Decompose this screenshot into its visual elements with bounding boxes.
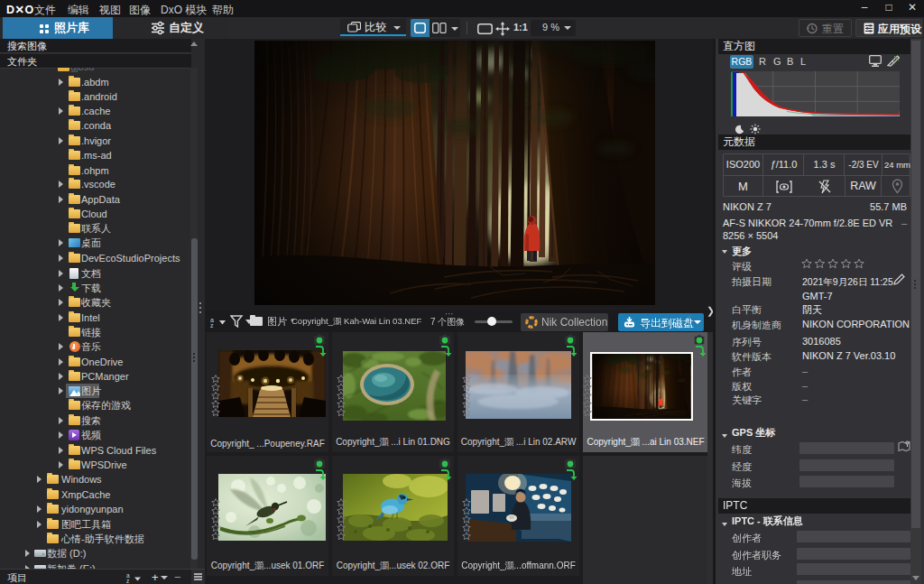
svg-text:z: z [210, 322, 214, 328]
svg-text:z: z [126, 578, 129, 583]
